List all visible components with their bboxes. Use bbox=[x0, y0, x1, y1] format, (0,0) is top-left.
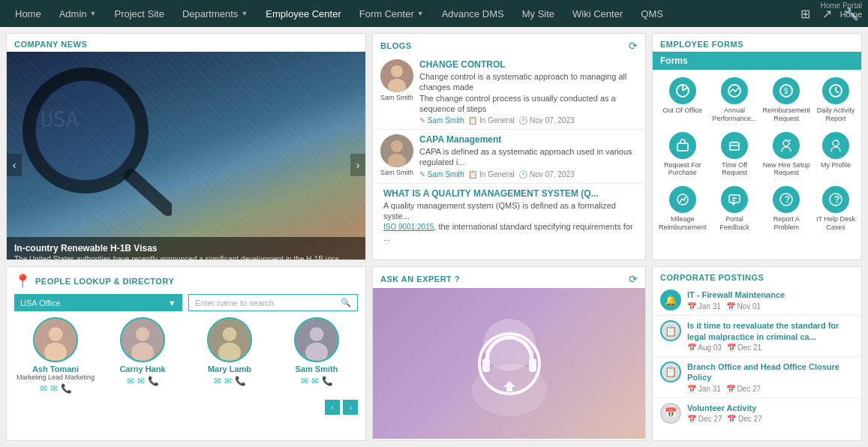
nav-departments[interactable]: Departments ▼ bbox=[173, 0, 257, 27]
blog-meta: ✎ Sam Smith 📋 In General 🕐 Nov 07, 2023 bbox=[419, 170, 638, 178]
blog-desc: A quality management system (QMS) is def… bbox=[383, 200, 638, 243]
avatar bbox=[120, 317, 165, 362]
form-annual-performance[interactable]: Annual Performance... bbox=[711, 74, 758, 126]
calendar-icon: 📅 bbox=[726, 302, 735, 310]
nav-form-center[interactable]: Form Center ▼ bbox=[350, 0, 433, 27]
blog-author-label: Sam Smith bbox=[380, 169, 413, 176]
form-report-problem[interactable]: ? Report A Problem bbox=[761, 183, 812, 235]
svg-point-24 bbox=[783, 140, 789, 146]
blog-author-col: Sam Smith bbox=[380, 59, 413, 124]
nav-qms[interactable]: QMS bbox=[632, 0, 672, 27]
person-name[interactable]: Carny Hank bbox=[119, 364, 165, 374]
phone-icon[interactable]: 📞 bbox=[235, 376, 246, 386]
posting-title[interactable]: Is it time to reevaluate the standard fo… bbox=[687, 320, 854, 342]
blog-item: Sam Smith CAPA Management CAPA is define… bbox=[373, 130, 645, 184]
posting-meta: 📅 Jan 31 📅 Dec 27 bbox=[687, 385, 854, 393]
blog-author-col: Sam Smith bbox=[380, 134, 413, 178]
person-actions: ✉ ✉ 📞 bbox=[214, 376, 246, 386]
grid-icon[interactable]: ⊞ bbox=[797, 4, 813, 24]
nav-employee-center[interactable]: Employee Center bbox=[257, 0, 350, 27]
svg-point-43 bbox=[223, 328, 237, 342]
calendar-icon: 📅 bbox=[687, 344, 696, 352]
nav-admin[interactable]: Admin ▼ bbox=[50, 0, 106, 27]
blogs-title: BLOGS bbox=[380, 41, 412, 50]
form-portal-feedback[interactable]: Portal Feedback bbox=[711, 183, 758, 235]
nav-project-site[interactable]: Project Site bbox=[105, 0, 173, 27]
ask-expert-panel: ASK AN EXPERT ? ⟳ bbox=[372, 266, 646, 441]
person-card: Mary Lamb ✉ ✉ 📞 bbox=[188, 317, 271, 394]
message-icon[interactable]: ✉ bbox=[301, 376, 308, 386]
person-name[interactable]: Sam Smith bbox=[296, 364, 338, 374]
form-it-helpdesk[interactable]: ? IT Help Desk Cases bbox=[815, 183, 857, 235]
blog-title[interactable]: CAPA Management bbox=[419, 134, 638, 145]
nav-home[interactable]: Home bbox=[6, 0, 50, 27]
form-mileage[interactable]: Mileage Reimbursement bbox=[657, 183, 708, 235]
office-select[interactable]: USA Office ▼ bbox=[14, 294, 182, 311]
mail-icon[interactable]: ✉ bbox=[50, 383, 58, 394]
news-image: USA ‹ › In-country Renewable H-1B Visas … bbox=[7, 52, 365, 260]
refresh-icon[interactable]: ⟳ bbox=[629, 273, 638, 285]
svg-point-10 bbox=[391, 140, 403, 152]
form-label: Annual Performance... bbox=[713, 106, 757, 123]
blog-title[interactable]: WHAT IS A QUALITY MANAGEMENT SYSTEM (Q..… bbox=[383, 188, 638, 199]
mail-icon[interactable]: ✉ bbox=[137, 376, 145, 386]
news-prev-button[interactable]: ‹ bbox=[7, 154, 22, 176]
posting-title[interactable]: IT - Firewall Maintenance bbox=[687, 290, 854, 300]
svg-line-20 bbox=[836, 91, 839, 93]
form-reimbursement[interactable]: $ Reimbursement Request bbox=[761, 74, 812, 126]
posting-title[interactable]: Branch Office and Head Office Closure Po… bbox=[687, 362, 854, 383]
ask-expert-header: ASK AN EXPERT ? ⟳ bbox=[373, 267, 645, 288]
mail-icon[interactable]: ✉ bbox=[224, 376, 232, 386]
svg-line-1 bbox=[131, 176, 168, 209]
form-new-hire[interactable]: New Hire Setup Request bbox=[761, 129, 812, 181]
svg-rect-22 bbox=[730, 142, 739, 150]
blog-item: WHAT IS A QUALITY MANAGEMENT SYSTEM (Q..… bbox=[373, 184, 645, 248]
form-label: Out Of Office bbox=[663, 106, 702, 115]
person-name[interactable]: Mary Lamb bbox=[208, 364, 251, 374]
posting-title[interactable]: Volunteer Activity bbox=[687, 403, 854, 413]
form-out-of-office[interactable]: Out Of Office bbox=[657, 74, 708, 126]
svg-rect-51 bbox=[482, 358, 490, 372]
calendar-icon: 📋 bbox=[660, 362, 681, 382]
prev-page-button[interactable]: ‹ bbox=[325, 400, 340, 415]
avatar bbox=[294, 317, 339, 362]
person-actions: ✉ ✉ 📞 bbox=[40, 383, 72, 394]
blog-title[interactable]: CHANGE CONTROL bbox=[419, 59, 638, 70]
people-search-box[interactable]: Enter name to search. 🔍 bbox=[188, 294, 358, 311]
form-label: Report A Problem bbox=[763, 215, 811, 232]
form-daily-activity[interactable]: Daily Activity Report bbox=[815, 74, 857, 126]
magnifier-icon: USA bbox=[22, 67, 172, 217]
expert-image[interactable] bbox=[373, 288, 645, 439]
svg-rect-52 bbox=[529, 358, 536, 372]
employee-forms-title: EMPLOYEE FORMS bbox=[653, 34, 861, 52]
nav-home-portal: Home Portal Home bbox=[820, 2, 862, 19]
company-news-title: COMPANY NEWS bbox=[7, 34, 365, 52]
form-time-off[interactable]: Time Off Request bbox=[711, 129, 758, 181]
svg-text:USA: USA bbox=[41, 107, 79, 132]
news-next-button[interactable]: › bbox=[350, 154, 365, 176]
form-label: Reimbursement Request bbox=[763, 106, 811, 123]
next-page-button[interactable]: › bbox=[343, 400, 358, 415]
message-icon[interactable]: ✉ bbox=[214, 376, 221, 386]
blog-item: Sam Smith CHANGE CONTROL Change control … bbox=[373, 55, 645, 130]
nav-my-site[interactable]: My Site bbox=[513, 0, 563, 27]
svg-point-37 bbox=[49, 328, 63, 342]
form-my-profile[interactable]: My Profile bbox=[815, 129, 857, 181]
person-name[interactable]: Ash Tomani bbox=[32, 364, 79, 374]
form-label: Daily Activity Report bbox=[816, 106, 855, 123]
form-request-purchase[interactable]: Request For Purchase bbox=[657, 129, 708, 181]
phone-icon[interactable]: 📞 bbox=[61, 383, 72, 394]
refresh-icon[interactable]: ⟳ bbox=[629, 40, 638, 52]
nav-wiki-center[interactable]: Wiki Center bbox=[563, 0, 632, 27]
mail-icon[interactable]: ✉ bbox=[311, 376, 319, 386]
nav-advance-dms[interactable]: Advance DMS bbox=[433, 0, 513, 27]
message-icon[interactable]: ✉ bbox=[40, 383, 47, 394]
phone-icon[interactable]: 📞 bbox=[322, 376, 333, 386]
person-card: Sam Smith ✉ ✉ 📞 bbox=[275, 317, 358, 394]
form-label: Mileage Reimbursement bbox=[659, 215, 707, 232]
message-icon[interactable]: ✉ bbox=[127, 376, 134, 386]
search-icon: 🔍 bbox=[341, 298, 351, 308]
svg-point-7 bbox=[391, 65, 403, 77]
posting-content: IT - Firewall Maintenance 📅 Jan 31 📅 Nov… bbox=[687, 290, 854, 310]
phone-icon[interactable]: 📞 bbox=[148, 376, 159, 386]
